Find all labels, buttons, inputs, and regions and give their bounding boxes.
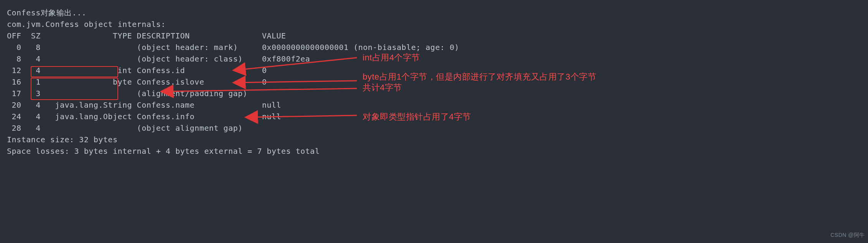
instance-size: Instance size: 32 bytes [7,134,868,145]
watermark: CSDN @阿牛 [830,229,865,241]
table-row: 28 4 (object alignment gap) [7,122,868,134]
annotation-int: int占用4个字节 [363,52,420,63]
table-row: 20 4 java.lang.String Confess.name null [7,99,868,111]
annotation-byte: byte占用1个字节，但是内部进行了对齐填充又占用了3个字节 共计4字节 [363,72,596,93]
highlight-box-byte [31,78,118,100]
table-row: 8 4 (object header: class) 0xf800f2ea [7,53,868,65]
annotation-byte-line1: byte占用1个字节，但是内部进行了对齐填充又占用了3个字节 [363,72,596,82]
annotation-objref: 对象即类型指针占用了4字节 [363,112,471,122]
table-row: 0 8 (object header: mark) 0x000000000000… [7,42,868,53]
output-header: Confess对象输出... [7,7,868,18]
class-line: com.jvm.Confess object internals: [7,18,868,30]
space-losses: Space losses: 3 bytes internal + 4 bytes… [7,145,868,157]
table-header: OFF SZ TYPE DESCRIPTION VALUE [7,30,868,42]
annotation-byte-line2: 共计4字节 [363,83,402,92]
highlight-box-int [31,66,118,77]
